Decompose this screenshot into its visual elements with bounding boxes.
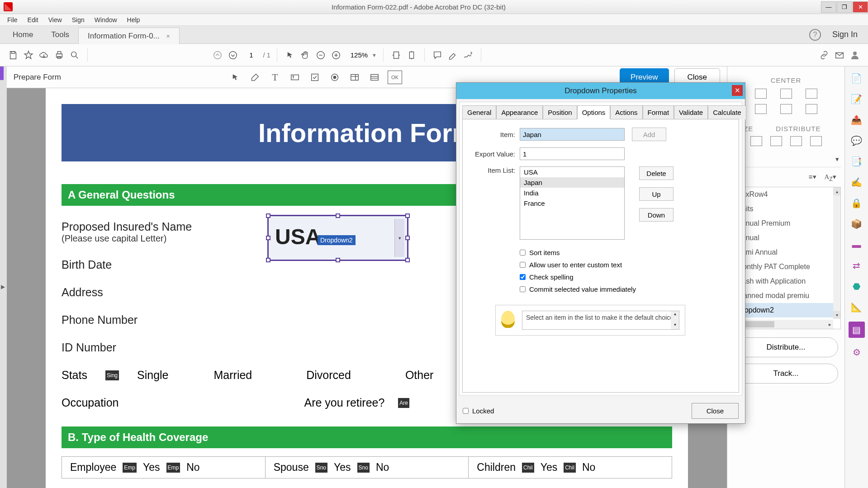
field-badge-ch2[interactable]: Chil [564,463,576,473]
align-icon-4[interactable] [755,104,767,114]
window-close-button[interactable]: ✕ [853,1,868,13]
tab-general[interactable]: General [462,105,496,119]
tool-organize-icon[interactable]: 📑 [850,155,863,168]
dist-icon-2[interactable] [810,136,822,146]
tool-comment-icon[interactable]: 💬 [850,134,863,147]
select-tool-icon[interactable] [228,71,242,84]
tab-position[interactable]: Position [543,105,577,119]
item-list[interactable]: USA Japan India France [520,166,625,240]
fields-hscrollbar[interactable]: III ▸ [731,320,833,329]
star-icon[interactable] [22,49,35,62]
resize-handle[interactable] [405,213,410,218]
comment-icon[interactable] [431,49,444,62]
list-item[interactable]: India [520,188,624,198]
field-badge-emp2[interactable]: Emp [166,463,180,473]
list-item-selected[interactable]: Japan [520,177,624,188]
tool-create-pdf-icon[interactable]: 📄 [850,72,863,85]
check-spelling-checkbox[interactable]: Check spelling [520,273,732,281]
resize-handle[interactable] [336,213,340,218]
left-nav-strip[interactable]: ▶ [0,66,7,488]
tab-options[interactable]: Options [577,105,611,119]
tool-export-icon[interactable]: 📤 [850,114,863,126]
align-icon-3[interactable] [806,89,817,99]
delete-button[interactable]: Delete [639,166,674,180]
tab-tools[interactable]: Tools [42,27,78,43]
tab-validate[interactable]: Validate [674,105,708,119]
resize-handle[interactable] [266,258,270,262]
pointer-icon[interactable] [284,49,296,62]
field-item[interactable]: Units [731,202,840,216]
menu-sign[interactable]: Sign [67,15,89,25]
tool-prepare-form-icon[interactable]: ▤ [849,322,865,338]
zoom-in-icon[interactable] [330,49,342,62]
more-dropdown[interactable]: re ▾ [731,152,841,167]
tool-protect-icon[interactable]: 🔒 [850,197,863,209]
menu-help[interactable]: Help [123,15,145,25]
hand-icon[interactable] [299,49,312,62]
list-field-icon[interactable] [348,71,361,84]
checkbox-field-icon[interactable] [308,71,322,84]
field-item[interactable]: SexRow4 [731,187,840,202]
tab-calculate[interactable]: Calculate [708,105,746,119]
text-box-icon[interactable] [288,71,302,84]
track-button[interactable]: Track... [734,364,838,384]
field-badge-ch1[interactable]: Chil [522,463,534,473]
field-badge-sp1[interactable]: Sno [315,463,327,473]
dialog-close-button[interactable]: Close [692,403,739,419]
radio-field-icon[interactable] [328,71,342,84]
help-icon[interactable]: ? [809,29,821,41]
page-up-icon[interactable] [211,49,224,62]
email-icon[interactable] [833,49,846,62]
field-item[interactable]: Annual [731,231,840,245]
sign-in-link[interactable]: Sign In [832,30,858,39]
align-icon-5[interactable] [780,104,792,114]
field-badge-emp1[interactable]: Emp [123,463,137,473]
resize-handle[interactable] [405,236,410,240]
tool-measure-icon[interactable]: 📐 [850,301,863,313]
print-icon[interactable] [53,49,66,62]
menu-file[interactable]: File [3,15,22,25]
page-number-input[interactable] [242,51,260,59]
dialog-close-icon[interactable]: ✕ [732,85,743,96]
dropdown-field-icon[interactable] [368,71,381,84]
account-icon[interactable] [849,49,861,62]
tab-close-icon[interactable]: × [166,33,170,40]
resize-handle[interactable] [266,236,270,240]
locked-checkbox[interactable]: Locked [463,407,494,415]
size-icon-2[interactable] [770,136,782,146]
up-button[interactable]: Up [639,187,674,201]
cloud-icon[interactable] [38,49,50,62]
fit-page-icon[interactable] [405,49,418,62]
tool-sign-icon[interactable]: ✍ [850,176,863,189]
field-item[interactable]: Monthly PAT Complete [731,260,840,274]
highlight-icon[interactable] [446,49,459,62]
tab-home[interactable]: Home [4,27,42,43]
tab-actions[interactable]: Actions [610,105,642,119]
dialog-title-bar[interactable]: Dropdown Properties ✕ [456,83,745,99]
zoom-input[interactable] [345,51,368,59]
maximize-button[interactable]: ❐ [837,1,852,13]
sign-icon[interactable] [462,49,474,62]
resize-handle[interactable] [405,258,410,262]
tab-format[interactable]: Format [643,105,674,119]
resize-handle[interactable] [266,213,270,218]
allow-custom-checkbox[interactable]: Allow user to enter custom text [520,261,732,269]
fit-width-icon[interactable] [390,49,403,62]
menu-view[interactable]: View [44,15,66,25]
scroll-up-icon[interactable]: ▴ [833,187,840,195]
tab-appearance[interactable]: Appearance [496,105,543,119]
zoom-dropdown-icon[interactable]: ▼ [372,52,377,58]
save-icon[interactable] [7,49,19,62]
field-item-selected[interactable]: Dropdown2 [731,303,840,317]
add-button[interactable]: Add [632,128,666,141]
resize-handle[interactable] [336,258,340,262]
list-item[interactable]: France [520,198,624,208]
commit-immediately-checkbox[interactable]: Commit selected value immediately [520,285,732,293]
menu-edit[interactable]: Edit [23,15,43,25]
hint-scroll-up-icon[interactable]: ▴ [671,311,679,318]
menu-window[interactable]: Window [90,15,122,25]
edit-tool-icon[interactable] [248,71,262,84]
tool-more-icon[interactable]: ⚙ [850,346,863,359]
hint-scroll-down-icon[interactable]: ▾ [671,322,679,329]
list-item[interactable]: USA [520,167,624,177]
